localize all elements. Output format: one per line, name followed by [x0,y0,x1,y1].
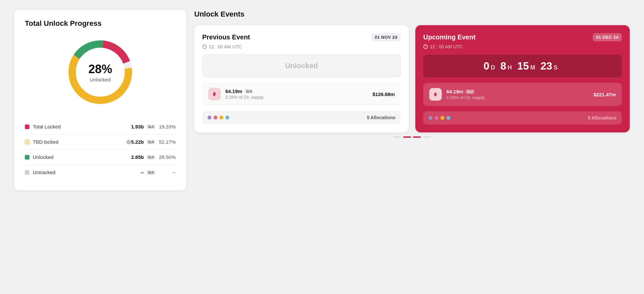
legend-value-unlocked: 2.85b [131,154,144,160]
donut-percent: 28% [88,62,112,76]
previous-token-badge: SUI [244,89,253,94]
countdown-seconds-unit: S [554,64,558,71]
previous-token-info: 64.19m SUI 2.26% of Cir. supply $126.68m [202,82,401,106]
legend-item-locked: Total Locked 1.93b SUI 19.33% [25,119,176,134]
upcoming-event-date: 01 DEC 24 [593,33,622,41]
upcoming-token-usd: $221.47m [593,92,616,97]
previous-token-icon [208,88,221,100]
countdown-seconds: 23 [540,60,552,72]
scroll-dot-1 [403,136,411,138]
dot-prev-2 [219,116,223,120]
dot-up-3 [446,116,450,120]
legend-name-unlocked: Unlocked [33,154,131,160]
dot-prev-1 [213,116,217,120]
upcoming-event-title: Upcoming Event [423,33,476,41]
upcoming-event-header: Upcoming Event 01 DEC 24 [423,33,622,41]
legend-item-untracked: Untracked -- SUI -- [25,165,176,180]
donut-center: 28% Unlocked [88,62,112,82]
previous-allocations-label: 5 Allocations [367,115,395,120]
countdown-days-unit: D [491,64,495,71]
sui-logo-prev [211,90,218,98]
previous-event-status: Unlocked [202,55,401,77]
sui-badge-untracked: SUI [146,170,156,175]
legend-pct-locked: 19.33% [159,124,176,129]
legend-dot-locked [25,124,29,129]
upcoming-allocations-row[interactable]: 5 Allocations [423,111,622,124]
scroll-indicator [194,136,630,138]
scroll-dot-2 [413,136,421,138]
upcoming-event-time: 12 : 00 AM UTC [423,44,622,49]
events-section-title: Unlock Events [194,10,630,19]
upcoming-allocations-label: 5 Allocations [588,115,617,121]
countdown-hours: 8 [500,60,506,72]
scroll-dot-0 [393,136,401,138]
previous-token-usd: $126.68m [372,91,395,97]
previous-event-header: Previous Event 01 NOV 24 [202,33,401,41]
legend-value-locked: 1.93b [131,124,144,129]
legend-list: Total Locked 1.93b SUI 19.33% TBD locked… [25,119,176,180]
previous-event-time-text: 12 : 00 AM UTC [209,44,242,49]
legend-pct-untracked: -- [159,170,176,175]
right-section: Unlock Events Previous Event 01 NOV 24 1… [194,10,630,190]
events-row: Previous Event 01 NOV 24 12 : 00 AM UTC … [194,25,630,132]
legend-name-locked: Total Locked [33,124,131,129]
legend-dot-tbd [25,140,29,144]
scroll-dot-3 [423,136,431,138]
previous-event-date: 01 NOV 24 [371,33,401,41]
dot-prev-0 [207,116,211,120]
donut-label: Unlocked [88,77,112,82]
legend-name-tbd: TBD locked [33,139,124,145]
countdown-days: 0 [483,60,489,72]
previous-event-time: 12 : 00 AM UTC [202,44,401,49]
upcoming-token-amount-row: 64.19m SUI [446,89,589,94]
upcoming-event-card: Upcoming Event 01 DEC 24 12 : 00 AM UTC … [415,25,630,132]
clock-icon-upcoming [423,44,428,49]
upcoming-event-time-text: 12 : 00 AM UTC [430,44,463,49]
countdown-box: 0 D 8 H 15 M 23 S [423,55,622,77]
legend-pct-unlocked: 28.50% [159,154,176,160]
legend-item-unlocked: Unlocked 2.85b SUI 28.50% [25,150,176,165]
sui-logo-upcoming [432,91,439,98]
previous-allocations-row[interactable]: 5 Allocations [202,111,401,124]
previous-token-supply: 2.26% of Cir. supply [225,95,368,100]
dot-prev-3 [225,116,229,120]
previous-token-amount: 64.19m [225,88,242,94]
legend-pct-tbd: 52.17% [159,139,176,145]
legend-value-untracked: -- [141,170,144,175]
upcoming-token-details: 64.19m SUI 2.26% of Cir. supply [446,89,589,100]
legend-value-tbd: 5.22b [131,139,144,145]
legend-item-tbd: TBD locked i 5.22b SUI 52.17% [25,134,176,150]
donut-chart: 28% Unlocked [64,36,137,109]
previous-dots-row [207,116,229,120]
upcoming-token-info: 64.19m SUI 2.26% of Cir. supply $221.47m [423,83,622,106]
sui-badge-tbd: SUI [146,139,156,145]
countdown-minutes-unit: M [530,64,535,71]
legend-name-untracked: Untracked [33,170,141,175]
previous-token-amount-row: 64.19m SUI [225,88,368,94]
countdown-minutes: 15 [517,60,529,72]
dot-up-2 [440,116,444,120]
upcoming-token-amount: 64.19m [446,89,463,94]
countdown-hours-unit: H [508,64,512,71]
upcoming-token-supply: 2.26% of Cir. supply [446,95,589,100]
previous-event-card: Previous Event 01 NOV 24 12 : 00 AM UTC … [194,25,409,132]
sui-badge-unlocked: SUI [146,155,156,160]
info-icon[interactable]: i [126,140,131,144]
upcoming-dots-row [429,116,450,120]
dot-up-0 [429,116,433,120]
total-unlock-progress-card: Total Unlock Progress 28% Unlocked [14,10,186,190]
previous-token-details: 64.19m SUI 2.26% of Cir. supply [225,88,368,100]
dot-up-1 [435,116,438,120]
clock-icon-prev [202,44,207,49]
legend-dot-untracked [25,170,29,175]
donut-wrapper: 28% Unlocked [25,36,176,109]
legend-dot-unlocked [25,155,29,160]
sui-badge-locked: SUI [146,124,156,129]
upcoming-token-badge: SUI [465,89,475,94]
left-card-title: Total Unlock Progress [25,19,176,28]
upcoming-token-icon [429,88,442,101]
previous-event-title: Previous Event [202,33,250,41]
page-container: Total Unlock Progress 28% Unlocked [14,10,630,190]
